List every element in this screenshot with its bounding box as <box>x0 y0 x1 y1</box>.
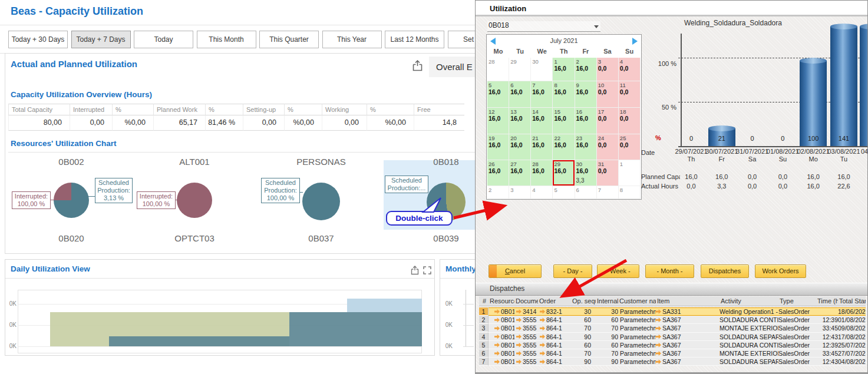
calendar-day-29[interactable]: 2916,0 <box>553 160 575 186</box>
link-arrow-icon[interactable] <box>656 317 661 322</box>
calendar-day-4[interactable]: 40,0 <box>619 58 641 81</box>
-day--button[interactable]: - Day - <box>553 264 592 278</box>
filter-button-today[interactable]: Today <box>134 31 193 48</box>
calendar-day-2[interactable]: 2 <box>487 186 509 199</box>
calendar-day-23[interactable]: 2316,0 <box>575 134 597 160</box>
calendar-day-6[interactable]: 6 <box>575 186 597 199</box>
calendar-day-29[interactable]: 29 <box>509 58 531 81</box>
filter-button-this-month[interactable]: This Month <box>197 31 256 48</box>
link-arrow-icon[interactable] <box>540 343 545 347</box>
link-arrow-icon[interactable] <box>656 326 661 330</box>
calendar-day-28[interactable]: 2816,0 <box>531 160 553 186</box>
filter-button-today-30-days[interactable]: Today + 30 Days <box>8 31 68 48</box>
daily-export-icon[interactable] <box>411 266 419 277</box>
calendar-day-6[interactable]: 616,0 <box>509 81 531 108</box>
utilization-bar-clipped[interactable] <box>860 27 868 146</box>
calendar-day-18[interactable]: 180,0 <box>619 108 641 134</box>
link-arrow-icon[interactable] <box>494 343 500 347</box>
calendar-next-icon[interactable] <box>632 38 638 45</box>
link-arrow-icon[interactable] <box>494 309 500 314</box>
pie-chart-0b002[interactable] <box>54 183 89 218</box>
link-arrow-icon[interactable] <box>516 335 522 339</box>
calendar-day-13[interactable]: 1316,0 <box>509 108 531 134</box>
calendar-day-30[interactable]: 30 <box>531 58 553 81</box>
calendar-day-30[interactable]: 3016,03,3 <box>575 160 597 186</box>
-month--button[interactable]: - Month - <box>645 264 694 278</box>
daily-fullscreen-icon[interactable] <box>423 266 431 277</box>
link-arrow-icon[interactable] <box>656 343 661 347</box>
calendar-prev-icon[interactable] <box>490 38 496 45</box>
link-arrow-icon[interactable] <box>516 351 522 356</box>
link-arrow-icon[interactable] <box>516 309 522 314</box>
calendar-day-1[interactable]: 1 <box>619 160 641 186</box>
link-arrow-icon[interactable] <box>656 309 661 314</box>
calendar-day-28[interactable]: 28 <box>487 58 509 81</box>
link-arrow-icon[interactable] <box>656 359 661 364</box>
calendar-day-21[interactable]: 2116,0 <box>531 134 553 160</box>
link-arrow-icon[interactable] <box>494 317 500 322</box>
link-arrow-icon[interactable] <box>656 335 661 339</box>
dispatch-order: 864-1 <box>538 333 571 341</box>
calendar-day-1[interactable]: 116,0 <box>553 58 575 81</box>
dispatches-button[interactable]: Dispatches <box>701 264 749 278</box>
link-arrow-icon[interactable] <box>516 343 522 347</box>
calendar-day-7[interactable]: 716,0 <box>531 81 553 108</box>
link-arrow-icon[interactable] <box>516 359 522 364</box>
link-arrow-icon[interactable] <box>516 326 522 330</box>
calendar-day-17[interactable]: 170,0 <box>597 108 619 134</box>
calendar-day-25[interactable]: 250,0 <box>619 134 641 160</box>
-week--button[interactable]: - Week - <box>597 264 639 278</box>
link-arrow-icon[interactable] <box>540 359 545 364</box>
calendar-day-22[interactable]: 2216,0 <box>553 134 575 160</box>
export-icon[interactable] <box>412 60 423 74</box>
utilization-bar-141[interactable] <box>830 27 857 146</box>
filter-button-last-12-months[interactable]: Last 12 Months <box>385 31 444 48</box>
link-arrow-icon[interactable] <box>494 326 500 330</box>
calendar-day-4[interactable]: 4 <box>531 186 553 199</box>
calendar-day-number: 7 <box>531 81 552 88</box>
filter-button-this-quarter[interactable]: This Quarter <box>259 31 319 48</box>
link-arrow-icon[interactable] <box>540 309 545 314</box>
pie-slice-label: Interrupted: 100,00 % <box>137 191 176 209</box>
calendar-day-10[interactable]: 100,0 <box>597 81 619 108</box>
pie-chart-personas[interactable] <box>302 183 340 220</box>
link-arrow-icon[interactable] <box>494 359 500 364</box>
pie-chart-alt001[interactable] <box>177 183 212 218</box>
calendar-day-16[interactable]: 1616,0 <box>575 108 597 134</box>
cancel-button[interactable]: Cancel <box>489 264 542 278</box>
calendar-day-11[interactable]: 110,0 <box>619 81 641 108</box>
link-arrow-icon[interactable] <box>494 335 500 339</box>
link-arrow-icon[interactable] <box>540 317 545 322</box>
calendar-day-9[interactable]: 916,0 <box>575 81 597 108</box>
link-arrow-icon[interactable] <box>540 351 545 356</box>
calendar-day-5[interactable]: 516,0 <box>487 81 509 108</box>
filter-button-this-year[interactable]: This Year <box>322 31 382 48</box>
calendar-day-27[interactable]: 2716,0 <box>509 160 531 186</box>
link-arrow-icon[interactable] <box>494 351 500 356</box>
calendar-day-15[interactable]: 1516,0 <box>553 108 575 134</box>
link-arrow-icon[interactable] <box>656 351 661 356</box>
calendar-day-3[interactable]: 3 <box>509 186 531 199</box>
calendar-day-19[interactable]: 1916,0 <box>487 134 509 160</box>
calendar-day-14[interactable]: 1416,0 <box>531 108 553 134</box>
utilization-bar-100[interactable] <box>800 61 827 146</box>
calendar-day-5[interactable]: 5 <box>553 186 575 199</box>
filter-button-today-7-days[interactable]: Today + 7 Days <box>71 31 131 48</box>
link-arrow-icon[interactable] <box>540 335 545 339</box>
calendar-day-7[interactable]: 7 <box>597 186 619 199</box>
calendar-day-8[interactable]: 8 <box>619 186 641 199</box>
calendar-day-26[interactable]: 2616,0 <box>487 160 509 186</box>
calendar-day-20[interactable]: 2016,0 <box>509 134 531 160</box>
utilization-window-titlebar[interactable] <box>476 1 867 16</box>
calendar-day-24[interactable]: 240,0 <box>597 134 619 160</box>
resource-selector[interactable]: 0B018 <box>487 21 600 32</box>
calendar-day-8[interactable]: 816,0 <box>553 81 575 108</box>
work-orders-button[interactable]: Work Orders <box>755 264 806 278</box>
link-arrow-icon[interactable] <box>540 326 545 330</box>
link-arrow-icon[interactable] <box>516 317 522 322</box>
calendar-day-31[interactable]: 310,0 <box>597 160 619 186</box>
calendar-day-12[interactable]: 1216,0 <box>487 108 509 134</box>
calendar-day-2[interactable]: 216,0 <box>575 58 597 81</box>
chevron-down-icon <box>594 25 599 28</box>
calendar-day-3[interactable]: 30,0 <box>597 58 619 81</box>
